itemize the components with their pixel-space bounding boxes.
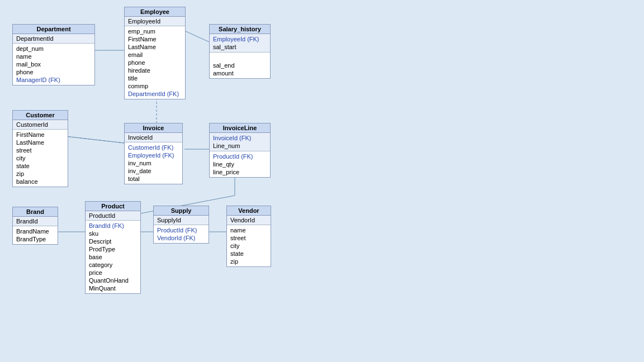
field-sku: sku [89, 230, 137, 237]
field-line_price: line_price [213, 168, 267, 176]
field-sal_start: sal_start [213, 43, 267, 51]
entity-customer-pk: CustomerId [13, 120, 68, 130]
field-line_qty: line_qty [213, 160, 267, 168]
entity-product-pk: ProductId [86, 211, 140, 221]
entity-customer: Customer CustomerId FirstName LastName s… [12, 110, 68, 187]
entity-brand-pk: BrandId [13, 217, 58, 226]
entity-employee-fields: emp_num FirstName LastName email phone h… [125, 26, 185, 99]
field-managerid-fk: ManagerID (FK) [16, 76, 91, 84]
field-zip: zip [16, 170, 64, 178]
entity-invoiceline: InvoiceLine InvoiceId (FK) Line_num Prod… [209, 123, 271, 178]
entity-vendor-fields: name street city state zip [227, 225, 271, 266]
field-lastname: LastName [128, 43, 182, 51]
svg-line-10 [60, 136, 124, 143]
field-base: base [89, 253, 137, 261]
entity-salary-history-pk: EmployeeId (FK) sal_start [210, 34, 270, 53]
field-inv_date: inv_date [128, 167, 179, 175]
entity-invoice-title: Invoice [125, 123, 182, 133]
entity-invoice-pk: InvoiceId [125, 133, 182, 142]
entity-salary-history-title: Salary_history [210, 25, 270, 34]
diagram-area: Department DepartmentId dept_num name ma… [0, 0, 280, 302]
field-state: state [16, 162, 64, 170]
field-quantonhand: QuantOnHand [89, 277, 137, 284]
svg-line-1 [184, 31, 209, 42]
field-category: category [89, 261, 137, 269]
entity-department: Department DepartmentId dept_num name ma… [12, 24, 95, 85]
field-vendor-zip: zip [230, 258, 267, 265]
field-title: title [128, 74, 182, 82]
field-city: city [16, 154, 64, 162]
entity-supply-title: Supply [154, 206, 209, 216]
entity-customer-fields: FirstName LastName street city state zip… [13, 130, 68, 187]
svg-line-2 [60, 136, 124, 143]
field-dept_num: dept_num [16, 45, 91, 53]
entity-vendor-pk: VendorId [227, 216, 271, 225]
entity-customer-title: Customer [13, 111, 68, 120]
entity-invoice: Invoice InvoiceId CustomerId (FK) Employ… [124, 123, 183, 184]
field-empty [213, 54, 267, 61]
entity-vendor-title: Vendor [227, 206, 271, 216]
entity-employee: Employee EmployeeId emp_num FirstName La… [124, 7, 186, 99]
entity-supply-fields: ProductId (FK) VendorId (FK) [154, 225, 209, 243]
field-firstname: FirstName [128, 35, 182, 43]
field-employeeid-invoice-fk: EmployeeId (FK) [128, 151, 179, 159]
entity-vendor: Vendor VendorId name street city state z… [226, 206, 271, 267]
field-phone: phone [16, 68, 91, 76]
entity-product-title: Product [86, 202, 140, 211]
field-hiredate: hiredate [128, 66, 182, 74]
entity-department-pk: DepartmentId [13, 34, 94, 44]
field-phone: phone [128, 59, 182, 66]
field-vendor-name: name [230, 226, 267, 234]
entity-invoiceline-title: InvoiceLine [210, 123, 270, 133]
entity-department-fields: dept_num name mail_box phone ManagerID (… [13, 44, 94, 85]
field-departmentid-fk: DepartmentId (FK) [128, 90, 182, 98]
field-commp: commp [128, 82, 182, 90]
field-vendor-street: street [230, 234, 267, 242]
field-supply-productid-fk: ProductId (FK) [157, 226, 205, 234]
entity-invoice-fields: CustomerId (FK) EmployeeId (FK) inv_num … [125, 142, 182, 184]
field-productid-fk: ProductId (FK) [213, 153, 267, 160]
field-invoiceid-fk: InvoiceId (FK) [213, 134, 267, 142]
entity-invoiceline-pk: InvoiceId (FK) Line_num [210, 133, 270, 151]
entity-brand-fields: BrandName BrandType [13, 226, 58, 244]
field-inv_num: inv_num [128, 159, 179, 167]
field-customer-lastname: LastName [16, 139, 64, 146]
field-minquant: MinQuant [89, 284, 137, 292]
entity-product: Product ProductId BrandId (FK) sku Descr… [85, 201, 141, 294]
field-brandid-fk: BrandId (FK) [89, 222, 137, 230]
field-employeeid-fk: EmployeeId (FK) [213, 35, 267, 43]
field-descript: Descript [89, 237, 137, 245]
entity-salary-history-fields: sal_end amount [210, 53, 270, 78]
field-line_num: Line_num [213, 142, 267, 150]
field-balance: balance [16, 178, 64, 185]
field-vendor-state: state [230, 250, 267, 258]
entity-salary-history: Salary_history EmployeeId (FK) sal_start… [209, 24, 271, 79]
field-sal_end: sal_end [213, 61, 267, 69]
entity-supply-pk: SupplyId [154, 216, 209, 225]
entity-employee-title: Employee [125, 7, 185, 17]
field-mail_box: mail_box [16, 60, 91, 68]
entity-product-fields: BrandId (FK) sku Descript ProdType base … [86, 221, 140, 293]
field-total: total [128, 175, 179, 183]
field-brandtype: BrandType [16, 235, 54, 243]
field-email: email [128, 51, 182, 59]
field-amount: amount [213, 69, 267, 77]
field-price: price [89, 269, 137, 277]
entity-employee-pk: EmployeeId [125, 17, 185, 26]
entity-department-title: Department [13, 25, 94, 34]
field-customerid-fk: CustomerId (FK) [128, 144, 179, 151]
entity-supply: Supply SupplyId ProductId (FK) VendorId … [153, 206, 209, 244]
field-emp_num: emp_num [128, 27, 182, 35]
field-supply-vendorid-fk: VendorId (FK) [157, 234, 205, 242]
entity-brand-title: Brand [13, 207, 58, 217]
entity-invoiceline-fields: ProductId (FK) line_qty line_price [210, 151, 270, 177]
field-vendor-city: city [230, 242, 267, 250]
field-customer-firstname: FirstName [16, 131, 64, 139]
entity-brand: Brand BrandId BrandName BrandType [12, 207, 58, 245]
field-name: name [16, 53, 91, 60]
field-prodtype: ProdType [89, 245, 137, 253]
field-street: street [16, 146, 64, 154]
field-brandname: BrandName [16, 227, 54, 235]
